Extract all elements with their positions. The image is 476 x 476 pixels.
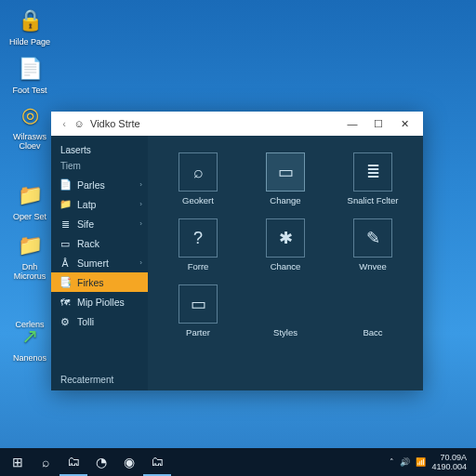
close-button[interactable]: ✕ [391, 113, 417, 134]
sidebar-item-label: Sife [77, 218, 94, 230]
desktop-icon-hide-page[interactable]: 🔒Hilde Page [6, 6, 54, 46]
desktop-icon-foot-test[interactable]: 📄Foot Test [6, 54, 54, 95]
system-tray[interactable]: ˄ 🔊 📶 70.09A 4190.004 [390, 453, 472, 471]
parles-icon: 📄 [59, 178, 72, 192]
tray-chevron-icon[interactable]: ˄ [390, 457, 394, 467]
sumert-icon: Å [59, 257, 72, 270]
taskbar-start-button[interactable]: ⊞ [4, 448, 32, 476]
foot-test-icon: 📄 [15, 54, 45, 84]
tile-snalict-fclter[interactable]: ≣Snalict Fclter [339, 152, 406, 205]
chevron-right-icon: › [139, 219, 142, 228]
dnh-micro-icon: 📁 [15, 231, 45, 260]
files-icon: 🗂 [151, 454, 164, 469]
tile-geokert[interactable]: ⌕Geokert [165, 152, 231, 205]
parter-icon: ▭ [178, 284, 218, 324]
sidebar-item-rack[interactable]: ▭Rack [51, 233, 148, 253]
app-window: ‹ ☺ Vidko Strte — ☐ ✕ Laserts Tiem 📄Parl… [51, 112, 423, 390]
tile-wnvee[interactable]: ✎Wnvee [339, 218, 406, 271]
tile-label: Geokert [165, 195, 231, 205]
snalict-fclter-icon: ≣ [353, 152, 392, 192]
sidebar: Laserts Tiem 📄Parles›📁Latp›≣Sife›▭RackÅS… [51, 136, 148, 390]
styles-icon [266, 284, 305, 324]
sidebar-item-label: Parles [77, 179, 105, 191]
desktop-icon-open-set[interactable]: 📁Oper Set [6, 180, 54, 221]
open-set-icon: 📁 [15, 180, 45, 210]
sidebar-item-label: Latp [77, 199, 96, 210]
tile-label: Snalict Fclter [339, 195, 406, 205]
maximize-button[interactable]: ☐ [365, 113, 391, 134]
tile-label: Bacc [339, 327, 406, 337]
window-title: Vidko Strte [86, 118, 339, 129]
sidebar-item-sumert[interactable]: ÅSumert› [51, 253, 148, 272]
sife-icon: ≣ [59, 218, 72, 231]
sidebar-item-tolli[interactable]: ⚙Tolli [51, 311, 148, 331]
start-icon: ⊞ [12, 455, 23, 469]
back-icon[interactable]: ‹ [57, 118, 72, 129]
chevron-right-icon: › [139, 180, 142, 189]
firkes-icon: 📑 [59, 276, 72, 289]
sidebar-item-mip-piolles[interactable]: 🗺Mip Piolles [51, 292, 148, 311]
sidebar-bottom[interactable]: Recaterment [51, 369, 148, 390]
chance-icon: ✱ [266, 218, 305, 258]
sidebar-item-latp[interactable]: 📁Latp› [51, 194, 148, 214]
taskbar-clock-app-button[interactable]: ◔ [87, 448, 115, 476]
desktop-icon-dnh-micro[interactable]: 📁Dnh Microrus [6, 231, 54, 281]
tray-network-icon[interactable]: 📶 [416, 457, 426, 467]
desktop-icon-label: Dnh Microrus [6, 262, 54, 281]
cerlens-icon [15, 288, 45, 318]
explorer-icon: 🗂 [67, 454, 80, 469]
tile-label: Forre [165, 261, 231, 271]
sidebar-item-sife[interactable]: ≣Sife› [51, 214, 148, 233]
clock-time: 70.09A [431, 453, 467, 462]
search-icon: ⌕ [42, 455, 49, 469]
tile-forre[interactable]: ?Forre [165, 218, 231, 271]
bacc-icon [353, 284, 392, 324]
rack-icon: ▭ [59, 237, 72, 250]
tile-label: Parter [165, 327, 231, 337]
minimize-button[interactable]: — [339, 113, 365, 134]
wnvee-icon: ✎ [353, 218, 392, 258]
chevron-right-icon: › [139, 258, 142, 267]
sidebar-header: Laserts [51, 141, 148, 157]
clock-app-icon: ◔ [96, 455, 107, 469]
tile-label: Chance [252, 261, 319, 271]
taskbar: ⊞⌕🗂◔◉🗂 ˄ 🔊 📶 70.09A 4190.004 [0, 448, 476, 476]
sidebar-item-firkes[interactable]: 📑Firkes [51, 272, 148, 292]
desktop-icon-nanenos[interactable]: ↗Nanenos [6, 322, 54, 363]
content-area: ⌕Geokert▭Change≣Snalict Fclter?Forre✱Cha… [148, 136, 423, 390]
desktop-icon-label: Oper Set [6, 212, 54, 221]
taskbar-files-button[interactable]: 🗂 [143, 448, 171, 476]
taskbar-explorer-button[interactable]: 🗂 [60, 448, 87, 476]
mip-piolles-icon: 🗺 [59, 296, 72, 309]
tile-styles[interactable]: Styles [252, 284, 319, 337]
tray-volume-icon[interactable]: 🔊 [400, 457, 410, 467]
tile-parter[interactable]: ▭Parter [165, 284, 231, 337]
chevron-right-icon: › [139, 200, 142, 208]
taskbar-search-button[interactable]: ⌕ [32, 448, 60, 476]
tile-change[interactable]: ▭Change [252, 152, 319, 205]
taskbar-edge-button[interactable]: ◉ [115, 448, 143, 476]
tile-label: Wnvee [339, 261, 406, 271]
chrome-icon: ◎ [15, 100, 45, 130]
tolli-icon: ⚙ [59, 315, 72, 328]
desktop-icon-label: Wilrasws Cloev [6, 132, 54, 151]
sidebar-item-label: Mip Piolles [77, 297, 125, 308]
geokert-icon: ⌕ [178, 152, 218, 192]
desktop-icon-chrome[interactable]: ◎Wilrasws Cloev [6, 100, 54, 151]
titlebar[interactable]: ‹ ☺ Vidko Strte — ☐ ✕ [51, 112, 423, 136]
tile-label: Change [252, 195, 319, 205]
sidebar-item-parles[interactable]: 📄Parles› [51, 175, 148, 194]
clock-date: 4190.004 [431, 462, 467, 471]
clock[interactable]: 70.09A 4190.004 [431, 453, 467, 471]
nanenos-icon: ↗ [15, 322, 45, 351]
sidebar-item-label: Rack [77, 238, 99, 249]
forre-icon: ? [178, 218, 218, 258]
tile-bacc[interactable]: Bacc [339, 284, 406, 337]
tile-label: Styles [252, 327, 319, 337]
sidebar-item-label: Sumert [77, 258, 109, 269]
app-icon: ☺ [72, 118, 86, 129]
change-icon: ▭ [266, 152, 305, 192]
tile-chance[interactable]: ✱Chance [252, 218, 319, 271]
sidebar-item-label: Tolli [77, 316, 94, 327]
desktop-icon-label: Foot Test [6, 86, 54, 95]
